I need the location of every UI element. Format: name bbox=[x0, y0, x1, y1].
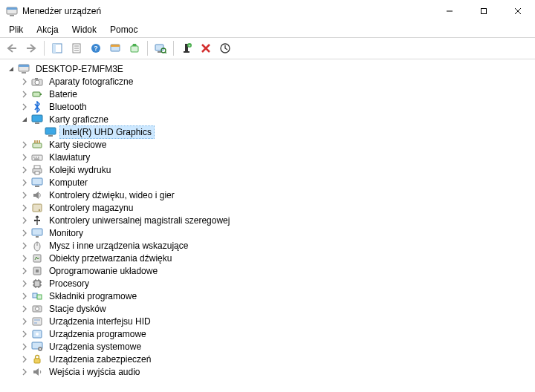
tree-node[interactable]: Urządzenia systemowe bbox=[3, 340, 535, 353]
minimize-button[interactable] bbox=[432, 0, 467, 22]
toolbar-show-hide-button[interactable] bbox=[48, 39, 66, 57]
device-tree[interactable]: DESKTOP-E7MFM3EAparaty fotograficzneBate… bbox=[0, 59, 535, 392]
toolbar-events-button[interactable] bbox=[216, 39, 234, 57]
toolbar-uninstall-button[interactable] bbox=[126, 39, 143, 57]
expand-toggle[interactable] bbox=[19, 329, 30, 339]
expand-toggle[interactable] bbox=[19, 114, 30, 125]
maximize-button[interactable] bbox=[467, 0, 501, 22]
expand-toggle[interactable] bbox=[6, 64, 16, 74]
tree-node-label[interactable]: Wejścia i wyjścia audio bbox=[46, 365, 143, 379]
expand-toggle[interactable] bbox=[19, 190, 30, 200]
tree-node-label[interactable]: Mysz i inne urządzenia wskazujące bbox=[46, 239, 191, 252]
expand-toggle[interactable] bbox=[19, 165, 30, 175]
expand-toggle[interactable] bbox=[19, 140, 30, 150]
toolbar-add-legacy-button[interactable]: + bbox=[178, 39, 195, 57]
expand-toggle[interactable] bbox=[19, 367, 30, 377]
tree-node[interactable]: Klawiatury bbox=[3, 151, 535, 163]
tree-node[interactable]: Stacje dysków bbox=[3, 302, 535, 315]
expand-toggle[interactable] bbox=[19, 89, 30, 99]
tree-node[interactable]: Monitory bbox=[3, 226, 535, 239]
tree-node[interactable]: Urządzenia programowe bbox=[3, 327, 535, 340]
tree-node[interactable]: Mysz i inne urządzenia wskazujące bbox=[3, 239, 535, 252]
expand-toggle[interactable] bbox=[19, 228, 30, 238]
tree-node-label[interactable]: Oprogramowanie układowe bbox=[46, 264, 160, 278]
toolbar-scan-hardware-button[interactable] bbox=[152, 39, 169, 57]
toolbar-properties-button[interactable] bbox=[68, 39, 85, 57]
expand-toggle[interactable] bbox=[19, 278, 30, 289]
menu-view[interactable]: Widok bbox=[66, 23, 103, 36]
tree-node-label[interactable]: Stacje dysków bbox=[46, 302, 109, 316]
tree-node[interactable]: Bluetooth bbox=[3, 100, 535, 113]
toolbar-forward-button[interactable] bbox=[22, 39, 40, 57]
svg-rect-65 bbox=[36, 270, 39, 272]
toolbar-back-button[interactable] bbox=[3, 39, 21, 57]
tree-node-label[interactable]: Karty graficzne bbox=[46, 113, 111, 126]
expand-toggle[interactable] bbox=[19, 152, 30, 163]
expand-toggle[interactable] bbox=[19, 102, 30, 112]
close-button[interactable] bbox=[501, 0, 535, 22]
svg-rect-59 bbox=[32, 229, 42, 235]
tree-node[interactable]: Obiekty przetwarzania dźwięku bbox=[3, 252, 535, 264]
svg-rect-19 bbox=[158, 51, 161, 53]
tree-node-label[interactable]: Urządzenia zabezpieczeń bbox=[46, 353, 154, 366]
expand-toggle[interactable] bbox=[19, 215, 30, 226]
tree-node[interactable]: Oprogramowanie układowe bbox=[3, 264, 535, 277]
tree-node-label[interactable]: Komputer bbox=[46, 176, 91, 189]
menu-action[interactable]: Akcja bbox=[30, 23, 64, 36]
expand-toggle[interactable] bbox=[19, 203, 30, 213]
tree-node[interactable]: Kontrolery magazynu bbox=[3, 201, 535, 214]
toolbar-disable-button[interactable] bbox=[197, 39, 215, 57]
tree-node-label[interactable]: Intel(R) UHD Graphics bbox=[59, 125, 155, 139]
tree-node[interactable]: Urządzenia zabezpieczeń bbox=[3, 353, 535, 365]
toolbar-update-driver-button[interactable] bbox=[106, 39, 124, 57]
svg-rect-38 bbox=[35, 122, 39, 124]
tree-node-label[interactable]: Aparaty fotograficzne bbox=[46, 75, 136, 88]
tree-node-label[interactable]: Bluetooth bbox=[46, 100, 90, 114]
expand-toggle[interactable] bbox=[19, 316, 30, 327]
tree-node[interactable]: Kolejki wydruku bbox=[3, 163, 535, 176]
tree-node[interactable]: Składniki programowe bbox=[3, 290, 535, 302]
toolbar-help-button[interactable]: ? bbox=[87, 39, 105, 57]
expand-toggle[interactable] bbox=[19, 291, 30, 301]
tree-node-label[interactable]: Składniki programowe bbox=[46, 290, 140, 303]
tree-node-label[interactable]: Kontrolery uniwersalnej magistrali szere… bbox=[46, 214, 233, 227]
tree-node-label[interactable]: Karty sieciowe bbox=[46, 138, 109, 151]
tree-node[interactable]: Komputer bbox=[3, 176, 535, 189]
tree-node-label[interactable]: Urządzenia interfejsu HID bbox=[46, 315, 154, 328]
app-icon bbox=[6, 5, 18, 17]
tree-node-child[interactable]: Intel(R) UHD Graphics bbox=[3, 125, 535, 138]
menu-help[interactable]: Pomoc bbox=[104, 23, 143, 36]
tree-node[interactable]: Baterie bbox=[3, 88, 535, 100]
svg-rect-43 bbox=[36, 140, 38, 143]
tree-node-label[interactable]: Kontrolery dźwięku, wideo i gier bbox=[46, 189, 178, 202]
expand-toggle[interactable] bbox=[19, 241, 30, 251]
tree-node[interactable]: Procesory bbox=[3, 277, 535, 290]
tree-node[interactable]: Karty graficzne bbox=[3, 113, 535, 125]
menu-file[interactable]: Plik bbox=[3, 23, 29, 36]
expand-toggle[interactable] bbox=[19, 76, 30, 87]
tree-node[interactable]: Wejścia i wyjścia audio bbox=[3, 365, 535, 378]
tree-node-label[interactable]: Urządzenia programowe bbox=[46, 327, 149, 341]
tree-node-label[interactable]: Monitory bbox=[46, 226, 86, 240]
expand-toggle[interactable] bbox=[19, 253, 30, 264]
tree-node[interactable]: Kontrolery dźwięku, wideo i gier bbox=[3, 189, 535, 201]
tree-node-label[interactable]: Kolejki wydruku bbox=[46, 163, 114, 177]
tree-node[interactable]: Aparaty fotograficzne bbox=[3, 75, 535, 88]
expand-toggle[interactable] bbox=[19, 304, 30, 314]
tree-node[interactable]: Kontrolery uniwersalnej magistrali szere… bbox=[3, 214, 535, 226]
tree-node-label[interactable]: Urządzenia systemowe bbox=[46, 340, 144, 353]
tree-root-node[interactable]: DESKTOP-E7MFM3E bbox=[3, 62, 535, 75]
tree-node-label[interactable]: Klawiatury bbox=[46, 151, 93, 164]
expand-toggle[interactable] bbox=[19, 266, 30, 276]
expand-toggle[interactable] bbox=[19, 342, 30, 352]
tree-node-label[interactable]: Procesory bbox=[46, 277, 92, 290]
tree-node[interactable]: Karty sieciowe bbox=[3, 138, 535, 151]
tree-node-label[interactable]: Obiekty przetwarzania dźwięku bbox=[46, 252, 175, 265]
tree-node-label[interactable]: Kontrolery magazynu bbox=[46, 201, 136, 215]
expand-toggle[interactable] bbox=[19, 177, 30, 188]
expand-toggle[interactable] bbox=[19, 354, 30, 365]
svg-rect-55 bbox=[33, 204, 42, 212]
tree-node-label[interactable]: DESKTOP-E7MFM3E bbox=[33, 62, 126, 76]
tree-node-label[interactable]: Baterie bbox=[46, 88, 80, 101]
tree-node[interactable]: Urządzenia interfejsu HID bbox=[3, 315, 535, 327]
